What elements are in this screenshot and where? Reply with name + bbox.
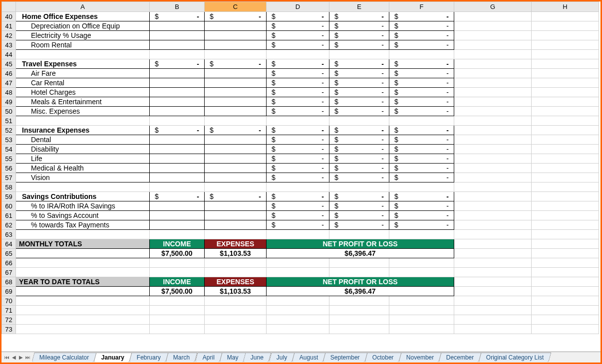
value-cell[interactable]: $- [329,107,389,116]
col-header-g[interactable]: G [454,2,532,12]
row-header[interactable]: 67 [2,268,16,277]
row-header[interactable]: 53 [2,135,16,145]
value-cell[interactable] [205,173,267,182]
subcategory-label[interactable]: Meals & Entertainment [16,97,150,107]
empty-cell[interactable] [267,182,329,192]
value-cell[interactable]: $- [329,40,389,50]
empty-cell[interactable] [454,40,532,50]
sheet-tab-june[interactable]: June [243,353,272,362]
value-cell[interactable]: $- [389,145,454,154]
value-cell[interactable]: $- [329,192,389,201]
empty-cell[interactable] [329,230,389,239]
value-cell[interactable]: $- [389,107,454,116]
col-header-h[interactable]: H [532,2,599,12]
value-cell[interactable]: $- [389,201,454,211]
row-header[interactable]: 63 [2,230,16,239]
empty-cell[interactable] [454,325,532,334]
empty-cell[interactable] [454,306,532,315]
empty-cell[interactable] [454,258,532,268]
value-cell[interactable] [205,154,267,164]
value-cell[interactable]: $- [267,31,329,40]
value-cell[interactable] [205,201,267,211]
empty-cell[interactable] [205,116,267,126]
empty-cell[interactable] [205,296,267,306]
empty-cell[interactable] [532,249,599,258]
empty-cell[interactable] [532,88,599,97]
empty-cell[interactable] [532,277,599,287]
value-cell[interactable] [205,97,267,107]
value-cell[interactable] [205,78,267,88]
empty-cell[interactable] [454,97,532,107]
empty-cell[interactable] [454,201,532,211]
empty-cell[interactable] [329,268,389,277]
empty-cell[interactable] [454,78,532,88]
empty-cell[interactable] [454,182,532,192]
row-header[interactable]: 52 [2,126,16,135]
value-cell[interactable]: $- [267,88,329,97]
value-cell[interactable]: $- [389,135,454,145]
empty-cell[interactable] [532,59,599,69]
sheet-tab-august[interactable]: August [292,353,325,362]
value-cell[interactable]: $- [389,164,454,173]
value-cell[interactable]: $- [329,211,389,220]
value-cell[interactable]: $- [267,211,329,220]
empty-cell[interactable] [454,287,532,296]
empty-cell[interactable] [267,325,329,334]
select-all-corner[interactable] [2,2,16,12]
value-cell[interactable] [205,164,267,173]
value-cell[interactable]: $- [267,145,329,154]
empty-cell[interactable] [532,315,599,325]
value-cell[interactable]: $- [205,12,267,21]
empty-cell[interactable] [16,306,150,315]
empty-cell[interactable] [532,239,599,249]
empty-cell[interactable] [532,78,599,88]
value-cell[interactable]: $- [267,135,329,145]
value-cell[interactable] [205,21,267,31]
value-cell[interactable] [150,173,205,182]
sheet-tab-april[interactable]: April [195,353,222,362]
value-cell[interactable]: $- [329,220,389,230]
sheet-tab-may[interactable]: May [219,353,246,362]
row-header[interactable]: 45 [2,59,16,69]
row-header[interactable]: 48 [2,88,16,97]
empty-cell[interactable] [454,296,532,306]
value-cell[interactable]: $- [389,31,454,40]
value-cell[interactable] [150,31,205,40]
empty-cell[interactable] [205,50,267,59]
empty-cell[interactable] [329,50,389,59]
row-header[interactable]: 49 [2,97,16,107]
empty-cell[interactable] [205,325,267,334]
value-cell[interactable] [205,220,267,230]
value-cell[interactable]: $- [329,145,389,154]
empty-cell[interactable] [205,268,267,277]
empty-cell[interactable] [16,258,150,268]
sheet-tab-october[interactable]: October [364,353,401,362]
subcategory-label[interactable]: Car Rental [16,78,150,88]
empty-cell[interactable] [150,230,205,239]
value-cell[interactable]: $- [329,97,389,107]
row-header[interactable]: 47 [2,78,16,88]
value-cell[interactable]: $- [329,21,389,31]
empty-cell[interactable] [532,173,599,182]
value-cell[interactable]: $- [329,69,389,78]
empty-cell[interactable] [267,315,329,325]
value-cell[interactable]: $- [267,201,329,211]
empty-cell[interactable] [267,50,329,59]
value-cell[interactable]: $- [267,220,329,230]
empty-cell[interactable] [389,296,454,306]
value-cell[interactable] [150,145,205,154]
empty-cell[interactable] [532,201,599,211]
tab-next-icon[interactable]: ▶ [17,354,24,361]
value-cell[interactable] [150,220,205,230]
value-cell[interactable]: $- [267,59,329,69]
empty-cell[interactable] [532,97,599,107]
value-cell[interactable] [150,78,205,88]
value-cell[interactable] [205,211,267,220]
empty-cell[interactable] [150,306,205,315]
empty-cell[interactable] [16,315,150,325]
value-cell[interactable]: $- [329,31,389,40]
empty-cell[interactable] [454,230,532,239]
row-header[interactable]: 62 [2,220,16,230]
empty-cell[interactable] [150,315,205,325]
value-cell[interactable]: $- [329,59,389,69]
